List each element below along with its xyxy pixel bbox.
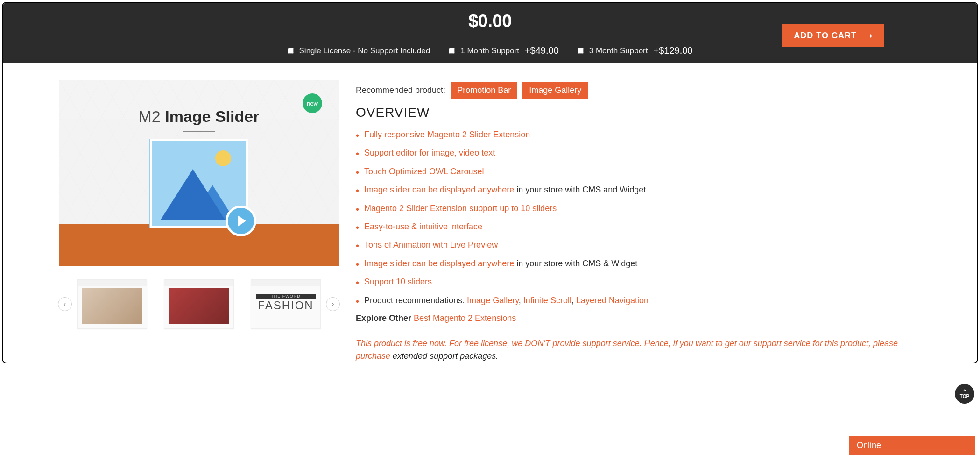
list-item: Fully responsive Magento 2 Slider Extens… xyxy=(356,129,921,140)
thumbnail-carousel: ‹ THE FWORD FASHION › xyxy=(59,279,339,329)
explore-prefix: Explore Other xyxy=(356,313,414,323)
thumbnail-3[interactable]: THE FWORD FASHION xyxy=(251,279,321,329)
option-3-month-support[interactable]: 3 Month Support +$129.00 xyxy=(578,45,693,56)
option-label: Single License - No Support Included xyxy=(299,46,430,56)
list-item: Tons of Animation with Live Preview xyxy=(356,240,921,250)
rec-link[interactable]: Layered Navigation xyxy=(576,296,649,305)
recommended-row: Recommended product: Promotion Bar Image… xyxy=(356,82,921,99)
rec-link[interactable]: Infinite Scroll xyxy=(523,296,571,305)
option-label: 3 Month Support xyxy=(589,46,648,56)
product-details: Recommended product: Promotion Bar Image… xyxy=(356,80,921,363)
add-to-cart-label: ADD TO CART xyxy=(794,31,857,41)
option-label: 1 Month Support xyxy=(460,46,519,56)
feature-list: Fully responsive Magento 2 Slider Extens… xyxy=(356,129,921,306)
overview-heading: OVERVIEW xyxy=(356,105,921,120)
option-single-license-checkbox[interactable] xyxy=(288,48,294,54)
thumbnail-1[interactable] xyxy=(77,279,147,329)
option-1-month-checkbox[interactable] xyxy=(449,48,455,54)
free-notice: This product is free now. For free licen… xyxy=(356,337,921,363)
top-bar: $0.00 ADD TO CART Single License - No Su… xyxy=(3,3,977,63)
rec-button-promotion-bar[interactable]: Promotion Bar xyxy=(451,82,517,99)
explore-row: Explore Other Best Magento 2 Extensions xyxy=(356,313,921,323)
list-item: Support editor for image, video text xyxy=(356,148,921,158)
product-gallery: new M2 Image Slider xyxy=(59,80,339,329)
rec-button-image-gallery[interactable]: Image Gallery xyxy=(522,82,588,99)
thumb-prev-button[interactable]: ‹ xyxy=(58,297,72,311)
list-item: Support 10 sliders xyxy=(356,277,921,287)
thumb-next-button[interactable]: › xyxy=(326,297,340,311)
product-main-image[interactable]: new M2 Image Slider xyxy=(59,80,339,266)
notice-black: extended support packages. xyxy=(393,351,498,361)
option-3-month-checkbox[interactable] xyxy=(578,48,584,54)
option-single-license[interactable]: Single License - No Support Included xyxy=(288,45,430,56)
rec-link[interactable]: Image Gallery xyxy=(467,296,519,305)
arrow-right-icon xyxy=(863,36,872,36)
explore-link[interactable]: Best Magento 2 Extensions xyxy=(414,313,516,323)
list-item: Image slider can be displayed anywhere i… xyxy=(356,258,921,269)
thumbnail-2[interactable] xyxy=(164,279,234,329)
product-image-title: M2 Image Slider xyxy=(59,80,339,132)
list-item: Touch Optimized OWL Carousel xyxy=(356,166,921,177)
rec-line-prefix: Product recommendations: xyxy=(364,296,467,305)
option-extra-price: +$49.00 xyxy=(525,45,559,56)
product-price: $0.00 xyxy=(468,11,512,31)
add-to-cart-button[interactable]: ADD TO CART xyxy=(782,24,884,47)
list-item: Magento 2 Slider Extension support up to… xyxy=(356,203,921,214)
list-item: Easy-to-use & intuitive interface xyxy=(356,221,921,232)
image-slider-icon xyxy=(150,139,248,228)
list-item: Image slider can be displayed anywhere i… xyxy=(356,185,921,195)
list-item: Product recommendations: Image Gallery, … xyxy=(356,295,921,306)
recommended-label: Recommended product: xyxy=(356,85,445,95)
slider-arrow-icon xyxy=(226,206,256,236)
option-1-month-support[interactable]: 1 Month Support +$49.00 xyxy=(449,45,559,56)
option-extra-price: +$129.00 xyxy=(653,45,692,56)
